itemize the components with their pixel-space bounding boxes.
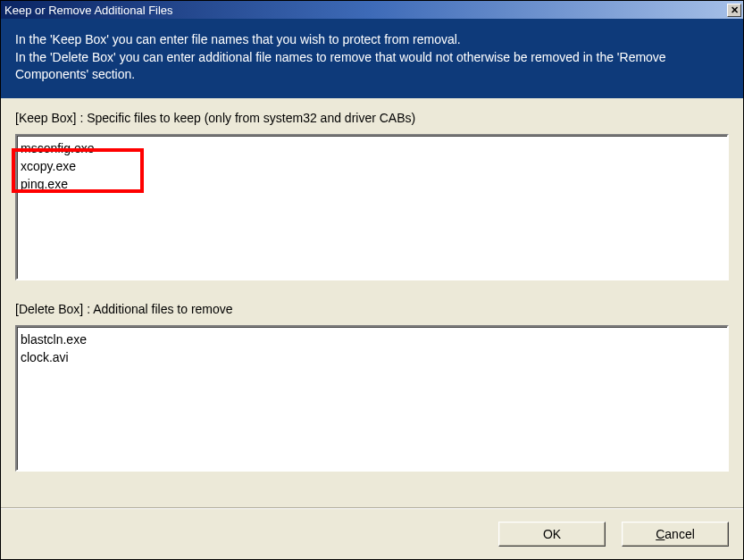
button-row: OK Cancel bbox=[1, 508, 743, 559]
cancel-rest: ancel bbox=[665, 527, 694, 541]
keep-box-label: [Keep Box] : Specific files to keep (onl… bbox=[15, 111, 729, 125]
dialog-window: Keep or Remove Additional Files ✕ In the… bbox=[0, 0, 744, 560]
keep-box-input[interactable] bbox=[15, 134, 729, 280]
close-icon[interactable]: ✕ bbox=[727, 4, 741, 17]
titlebar[interactable]: Keep or Remove Additional Files ✕ bbox=[1, 1, 743, 19]
delete-box-wrap bbox=[15, 325, 729, 475]
delete-box-input[interactable] bbox=[15, 325, 729, 472]
cancel-mnemonic: C bbox=[656, 527, 665, 541]
delete-box-label: [Delete Box] : Additional files to remov… bbox=[15, 302, 729, 316]
window-title: Keep or Remove Additional Files bbox=[4, 4, 727, 17]
ok-button[interactable]: OK bbox=[498, 522, 606, 547]
content-area: [Keep Box] : Specific files to keep (onl… bbox=[1, 98, 743, 508]
cancel-button[interactable]: Cancel bbox=[622, 522, 729, 547]
info-line-2: In the 'Delete Box' you can enter additi… bbox=[15, 49, 729, 84]
info-line-1: In the 'Keep Box' you can enter file nam… bbox=[15, 31, 729, 49]
info-panel: In the 'Keep Box' you can enter file nam… bbox=[1, 19, 743, 98]
keep-box-wrap bbox=[15, 134, 729, 284]
